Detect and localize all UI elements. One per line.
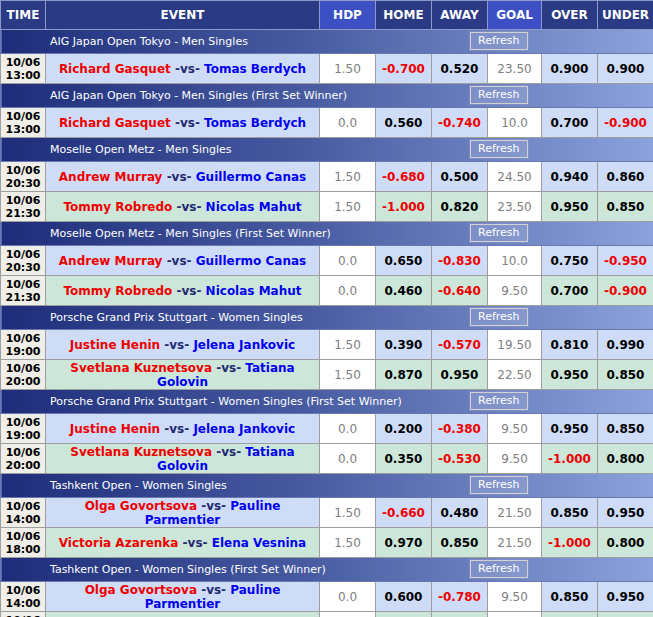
away-odds-cell: -0.640 [432,276,488,306]
match-event: Tommy Robredo -vs- Nicolas Mahut [46,276,320,306]
refresh-button[interactable]: Refresh [470,392,528,410]
under-odds-cell: 0.850 [598,360,653,390]
column-header-away: AWAY [432,1,488,30]
away-player: Guillermo Canas [196,254,306,268]
match-row: 10/0619:00Justine Henin -vs- Jelena Jank… [1,414,653,444]
goal-cell: 22.50 [488,360,542,390]
hdp-cell: 0.0 [320,582,376,612]
goal-cell: 24.50 [488,162,542,192]
home-player: Justine Henin [70,338,160,352]
match-date: 10/06 [1,614,45,617]
match-row: 10/0613:00Richard Gasquet -vs- Tomas Ber… [1,54,653,84]
league-title: AIG Japan Open Tokyo - Men Singles (Firs… [50,89,347,102]
vs-label: -vs- [175,62,200,76]
match-time: 10/0620:00 [1,444,46,474]
match-time: 10/0621:30 [1,192,46,222]
league-section-header: AIG Japan Open Tokyo - Men SinglesRefres… [1,30,653,54]
match-row: 10/0618:00Victoria Azarenka -vs- Elena V… [1,528,653,558]
match-date: 10/06 [1,362,45,375]
refresh-button[interactable]: Refresh [470,224,528,242]
home-odds-cell: 0.460 [376,276,432,306]
refresh-button[interactable]: Refresh [470,560,528,578]
match-event: Andrew Murray -vs- Guillermo Canas [46,246,320,276]
over-odds-cell: 0.900 [542,54,598,84]
league-section-row: Moselle Open Metz - Men SinglesRefresh [1,138,653,162]
match-time: 10/0621:30 [1,276,46,306]
match-date: 10/06 [1,416,45,429]
match-date: 10/06 [1,56,45,69]
match-clock: 14:00 [1,513,45,526]
hdp-cell: 1.50 [320,330,376,360]
match-row: 10/0614:00Olga Govortsova -vs- Pauline P… [1,498,653,528]
under-odds-cell: -0.900 [598,108,653,138]
away-odds-cell: 0.520 [432,54,488,84]
match-date: 10/06 [1,332,45,345]
goal-cell: 10.0 [488,108,542,138]
home-odds-cell: 0.970 [376,528,432,558]
home-odds-cell: 0.200 [376,414,432,444]
under-odds-cell: 0.800 [598,528,653,558]
match-event: Andrew Murray -vs- Guillermo Canas [46,162,320,192]
over-odds-cell: 0.700 [542,276,598,306]
match-row: 10/0618:00Victoria Azarenka -vs- Elena V… [1,612,653,617]
match-clock: 20:30 [1,177,45,190]
away-odds-cell: -0.530 [432,444,488,474]
away-odds-cell: -0.600 [432,612,488,617]
league-title: Porsche Grand Prix Stuttgart - Women Sin… [50,311,303,324]
home-odds-cell: -1.000 [376,192,432,222]
league-title: Tashkent Open - Women Singles [50,479,227,492]
league-section-row: Moselle Open Metz - Men Singles (First S… [1,222,653,246]
away-odds-cell: 0.850 [432,528,488,558]
league-section-row: AIG Japan Open Tokyo - Men SinglesRefres… [1,30,653,54]
away-player: Nicolas Mahut [206,284,302,298]
match-clock: 20:30 [1,261,45,274]
home-player: Andrew Murray [59,170,163,184]
match-clock: 21:30 [1,207,45,220]
league-section-row: Porsche Grand Prix Stuttgart - Women Sin… [1,390,653,414]
refresh-button[interactable]: Refresh [470,140,528,158]
refresh-button[interactable]: Refresh [470,308,528,326]
goal-cell: 23.50 [488,54,542,84]
home-player: Olga Govortsova [85,499,197,513]
refresh-button[interactable]: Refresh [470,86,528,104]
league-section-header: Tashkent Open - Women Singles (First Set… [1,558,653,582]
league-section-row: Tashkent Open - Women SinglesRefresh [1,474,653,498]
league-section-row: AIG Japan Open Tokyo - Men Singles (Firs… [1,84,653,108]
under-odds-cell: -0.950 [598,246,653,276]
vs-label: -vs- [176,200,201,214]
column-header-event: EVENT [46,1,320,30]
home-odds-cell: -0.660 [376,498,432,528]
vs-label: -vs- [183,536,208,550]
under-odds-cell: 0.990 [598,330,653,360]
under-odds-cell: 0.900 [598,54,653,84]
hdp-cell: 0.0 [320,276,376,306]
away-odds-cell: 0.950 [432,360,488,390]
match-date: 10/06 [1,584,45,597]
match-date: 10/06 [1,110,45,123]
vs-label: -vs- [175,116,200,130]
home-player: Olga Govortsova [85,583,197,597]
away-odds-cell: -0.830 [432,246,488,276]
match-event: Justine Henin -vs- Jelena Jankovic [46,330,320,360]
hdp-cell: 0.0 [320,612,376,617]
under-odds-cell: 0.950 [598,498,653,528]
refresh-button[interactable]: Refresh [470,476,528,494]
hdp-cell: 0.0 [320,444,376,474]
match-time: 10/0618:00 [1,528,46,558]
vs-label: -vs- [164,338,189,352]
match-row: 10/0621:30Tommy Robredo -vs- Nicolas Mah… [1,276,653,306]
match-clock: 18:00 [1,543,45,556]
hdp-cell: 1.50 [320,54,376,84]
refresh-button[interactable]: Refresh [470,32,528,50]
league-title: Moselle Open Metz - Men Singles (First S… [50,227,331,240]
match-row: 10/0620:30Andrew Murray -vs- Guillermo C… [1,162,653,192]
away-odds-cell: -0.740 [432,108,488,138]
home-odds-cell: -0.680 [376,162,432,192]
match-time: 10/0613:00 [1,54,46,84]
home-odds-cell: 0.650 [376,246,432,276]
hdp-cell: 0.0 [320,414,376,444]
vs-label: -vs- [176,284,201,298]
match-row: 10/0620:00Svetlana Kuznetsova -vs- Tatia… [1,360,653,390]
home-player: Svetlana Kuznetsova [70,361,212,375]
league-title: AIG Japan Open Tokyo - Men Singles [50,35,248,48]
